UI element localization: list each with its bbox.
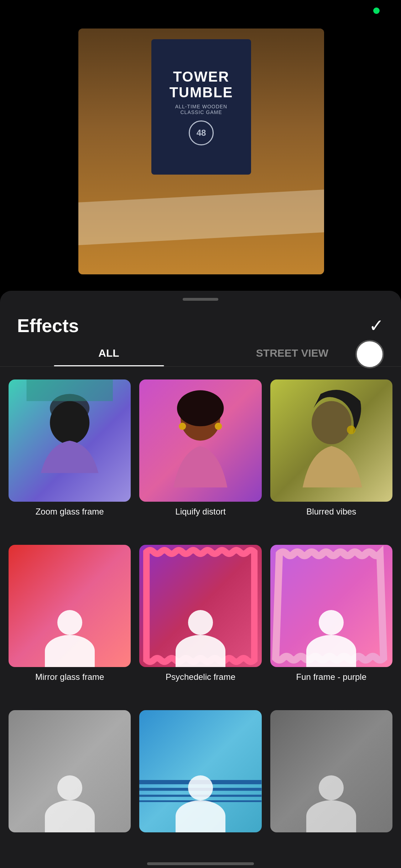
effect-label-zoom-glass-frame: Zoom glass frame xyxy=(36,507,104,517)
effect-label-fun-frame-purple: Fun frame - purple xyxy=(296,672,366,682)
person-body-row3b xyxy=(176,800,225,832)
streetview-toggle[interactable] xyxy=(355,340,384,368)
person-body-funframe xyxy=(306,635,356,667)
effect-thumb-row3b xyxy=(139,710,261,832)
effect-label-liquify-distort: Liquify distort xyxy=(175,507,225,517)
person-head-mirror xyxy=(57,610,82,635)
game-box-title: TOWER TUMBLE xyxy=(170,69,233,100)
tab-all[interactable]: ALL xyxy=(17,347,200,366)
paper-sheets xyxy=(78,190,324,245)
game-box: TOWER TUMBLE ALL-TIME WOODEN CLASSIC GAM… xyxy=(151,39,251,175)
effect-illustration-blurred xyxy=(270,379,392,502)
effect-zoom-glass-frame[interactable]: Zoom glass frame xyxy=(9,379,131,536)
effects-header: Effects ✓ xyxy=(0,301,401,347)
effect-row3b[interactable] xyxy=(139,710,261,857)
svg-point-7 xyxy=(312,401,351,444)
person-head-row3b xyxy=(188,775,213,800)
effects-title: Effects xyxy=(17,315,79,336)
effect-thumb-psychedelic xyxy=(139,545,261,667)
person-body-mirror xyxy=(45,635,95,667)
person-body-row3c xyxy=(306,800,356,832)
person-head-psychedelic xyxy=(188,610,213,635)
person-silhouette-row3a xyxy=(45,775,95,832)
svg-rect-2 xyxy=(26,379,113,401)
effect-liquify-distort[interactable]: Liquify distort xyxy=(139,379,261,536)
person-head-row3a xyxy=(57,775,82,800)
effect-label-mirror-glass-frame: Mirror glass frame xyxy=(35,672,104,682)
svg-point-6 xyxy=(177,390,224,426)
person-silhouette-row3c xyxy=(306,775,356,832)
effect-blurred-vibes[interactable]: Blurred vibes xyxy=(270,379,392,536)
effect-thumb-row3a xyxy=(9,710,131,832)
status-bar xyxy=(0,0,401,21)
effect-thumb-zoom-glass xyxy=(9,379,131,502)
drag-handle[interactable] xyxy=(183,298,218,301)
effect-thumb-blurred xyxy=(270,379,392,502)
person-silhouette-mirror xyxy=(45,610,95,667)
effect-psychedelic-frame[interactable]: Psychedelic frame xyxy=(139,545,261,702)
svg-point-4 xyxy=(215,423,222,430)
effect-label-psychedelic-frame: Psychedelic frame xyxy=(166,672,235,682)
svg-point-8 xyxy=(347,425,355,434)
person-silhouette-funframe xyxy=(306,610,356,667)
effect-thumb-row3c xyxy=(270,710,392,832)
effects-bottom-sheet: Effects ✓ ALL STREET VIEW xyxy=(0,291,401,868)
effect-label-blurred-vibes: Blurred vibes xyxy=(306,507,356,517)
effect-row3c[interactable] xyxy=(270,710,392,857)
done-button[interactable]: ✓ xyxy=(369,315,384,336)
tabs-row: ALL STREET VIEW xyxy=(0,347,401,367)
effect-fun-frame-purple[interactable]: Fun frame - purple xyxy=(270,545,392,702)
person-head-funframe xyxy=(319,610,344,635)
game-box-badge: 48 xyxy=(189,120,214,145)
effect-mirror-glass-frame[interactable]: Mirror glass frame xyxy=(9,545,131,702)
camera-image: TOWER TUMBLE ALL-TIME WOODEN CLASSIC GAM… xyxy=(78,29,324,274)
svg-point-5 xyxy=(179,423,186,430)
effects-grid: Zoom glass frame Liquify distort xyxy=(0,379,401,857)
effect-illustration-zoom-glass xyxy=(9,379,131,502)
effect-illustration-liquify xyxy=(139,379,261,502)
effect-thumb-funframe xyxy=(270,545,392,667)
effect-thumb-liquify xyxy=(139,379,261,502)
person-body-psychedelic xyxy=(176,635,225,667)
person-body-row3a xyxy=(45,800,95,832)
person-head-row3c xyxy=(319,775,344,800)
scroll-indicator xyxy=(147,862,254,865)
camera-preview: TOWER TUMBLE ALL-TIME WOODEN CLASSIC GAM… xyxy=(78,29,324,274)
effect-thumb-mirror xyxy=(9,545,131,667)
person-silhouette-row3b xyxy=(176,775,225,832)
game-box-subtitle: ALL-TIME WOODEN CLASSIC GAME xyxy=(175,104,227,115)
camera-active-indicator xyxy=(373,7,380,14)
effect-row3a[interactable] xyxy=(9,710,131,857)
person-silhouette-psychedelic xyxy=(176,610,225,667)
